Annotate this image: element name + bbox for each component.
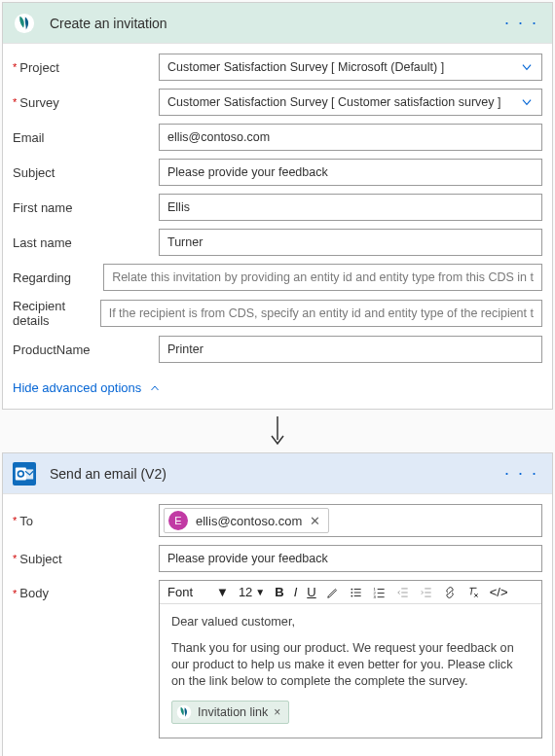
invitation-title: Create an invitation (50, 16, 500, 31)
row-subject: Subject (13, 159, 542, 186)
row-product: ProductName (13, 336, 542, 363)
label-email-subject: Subject (19, 552, 61, 566)
lastname-input[interactable] (159, 229, 542, 256)
email-card: Send an email (V2) · · · *To E ellis@con… (2, 452, 553, 756)
invitation-fields: *Project Customer Satisfaction Survey [ … (3, 44, 552, 377)
token-label: Invitation link (198, 705, 268, 719)
row-firstname: First name (13, 194, 542, 221)
hide-advanced-toggle[interactable]: Hide advanced options (3, 377, 552, 409)
firstname-input[interactable] (159, 194, 542, 221)
body-editor[interactable]: Font ▼ 12 ▼ B I U (159, 580, 542, 738)
svg-point-23 (177, 704, 192, 719)
font-picker[interactable]: Font ▼ (167, 585, 229, 599)
bold-icon[interactable]: B (275, 585, 283, 599)
invitation-more-button[interactable]: · · · (500, 13, 542, 33)
label-lastname: Last name (13, 235, 72, 250)
row-lastname: Last name (13, 229, 542, 256)
project-select[interactable]: Customer Satisfaction Survey [ Microsoft… (159, 54, 542, 81)
flow-arrow (0, 412, 555, 450)
svg-point-0 (15, 13, 34, 32)
row-project: *Project Customer Satisfaction Survey [ … (13, 54, 542, 81)
number-list-icon[interactable]: 123 (373, 586, 387, 599)
survey-select[interactable]: Customer Satisfaction Survey [ Customer … (159, 89, 542, 116)
edit-icon[interactable] (326, 586, 340, 599)
invitation-header: Create an invitation · · · (3, 3, 552, 44)
remove-token-icon[interactable]: × (274, 705, 280, 719)
label-product: ProductName (13, 342, 90, 357)
customer-voice-icon (13, 12, 36, 35)
recipient-input[interactable]: If the recipient is from CDS, specify an… (100, 300, 542, 327)
row-regarding: Regarding Relate this invitation by prov… (13, 264, 542, 291)
email-more-button[interactable]: · · · (500, 463, 542, 484)
caret-down-icon: ▼ (216, 585, 229, 599)
email-header: Send an email (V2) · · · (3, 453, 552, 494)
clear-format-icon[interactable] (466, 586, 480, 599)
label-firstname: First name (13, 200, 72, 215)
chevron-down-icon (520, 95, 534, 109)
label-subject: Subject (13, 165, 55, 180)
svg-point-5 (351, 588, 352, 590)
hide-advanced-label: Hide advanced options (13, 380, 141, 395)
row-recipient: Recipient details If the recipient is fr… (13, 299, 542, 328)
bullet-list-icon[interactable] (350, 586, 363, 599)
regarding-input[interactable]: Relate this invitation by providing an e… (103, 264, 542, 291)
to-input[interactable]: E ellis@contoso.com ✕ (159, 504, 542, 537)
link-icon[interactable] (443, 586, 457, 599)
email-title: Send an email (V2) (50, 466, 500, 482)
label-regarding: Regarding (13, 270, 71, 285)
subject-input[interactable] (159, 159, 542, 186)
survey-value: Customer Satisfaction Survey [ Customer … (167, 95, 501, 109)
body-paragraph: Thank you for using our product. We requ… (171, 640, 530, 690)
row-email: Email (13, 124, 542, 151)
rich-text-toolbar: Font ▼ 12 ▼ B I U (160, 581, 541, 604)
project-value: Customer Satisfaction Survey [ Microsoft… (167, 60, 444, 74)
label-to: To (19, 514, 33, 528)
recipient-chip-text: ellis@contoso.com (196, 514, 302, 528)
svg-rect-2 (16, 467, 26, 480)
remove-chip-icon[interactable]: ✕ (310, 514, 320, 528)
outdent-icon[interactable] (396, 586, 410, 599)
underline-icon[interactable]: U (307, 585, 315, 599)
caret-down-icon: ▼ (255, 587, 265, 597)
outlook-icon (13, 462, 36, 486)
size-picker[interactable]: 12 ▼ (239, 585, 265, 599)
email-subject-input[interactable] (159, 545, 542, 572)
label-email: Email (13, 130, 45, 145)
svg-point-7 (351, 594, 352, 596)
label-project: Project (19, 60, 58, 75)
product-input[interactable] (159, 336, 542, 363)
indent-icon[interactable] (420, 586, 433, 599)
svg-point-6 (351, 592, 352, 594)
avatar: E (168, 511, 188, 530)
body-paragraph: Dear valued customer, (171, 614, 530, 630)
invitation-link-token[interactable]: Invitation link × (171, 701, 289, 724)
row-to: *To E ellis@contoso.com ✕ (13, 504, 542, 537)
label-body: Body (19, 586, 49, 600)
recipient-chip[interactable]: E ellis@contoso.com ✕ (164, 508, 329, 533)
email-input[interactable] (159, 124, 542, 151)
chevron-down-icon (520, 60, 534, 74)
svg-text:3: 3 (373, 594, 376, 598)
code-view-icon[interactable]: </> (490, 585, 508, 599)
italic-icon[interactable]: I (294, 585, 298, 599)
chevron-up-icon (149, 382, 161, 394)
row-survey: *Survey Customer Satisfaction Survey [ C… (13, 89, 542, 116)
label-recipient: Recipient details (13, 299, 100, 328)
body-content[interactable]: Dear valued customer, Thank you for usin… (160, 604, 541, 738)
row-email-subject: *Subject (13, 545, 542, 572)
email-fields: *To E ellis@contoso.com ✕ *Subject *Body… (3, 494, 552, 752)
row-body: *Body Font ▼ 12 ▼ B I U (13, 580, 542, 738)
show-advanced-toggle[interactable]: Show advanced options (3, 752, 552, 756)
customer-voice-icon (176, 704, 192, 720)
label-survey: Survey (19, 95, 58, 110)
invitation-card: Create an invitation · · · *Project Cust… (2, 2, 553, 410)
